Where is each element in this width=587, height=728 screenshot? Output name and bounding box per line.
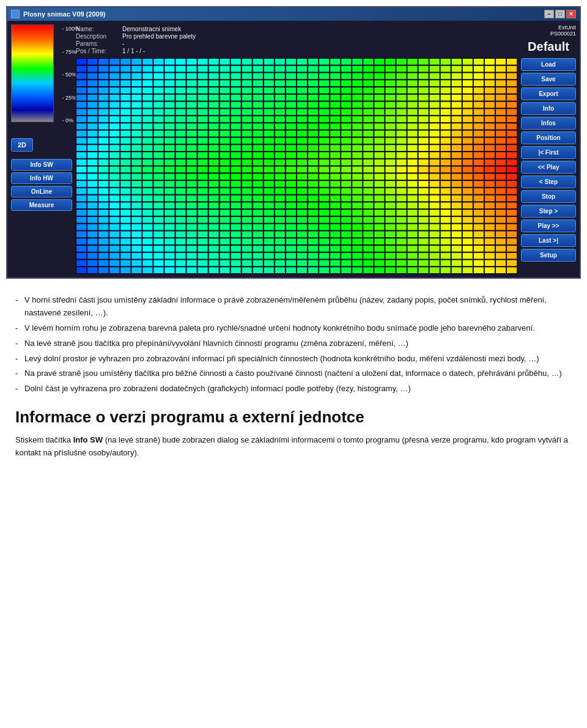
bullet-item-1: V horní střední části jsou umístěny zákl…	[15, 294, 572, 320]
btn-measure[interactable]: Measure	[11, 199, 72, 211]
btn-load[interactable]: Load	[521, 58, 576, 71]
btn-save[interactable]: Save	[521, 73, 576, 86]
application-window: Plosny snimac V09 (2009) − □ ✕ - 100% - …	[6, 6, 581, 279]
info-sw-bold: Info SW	[73, 435, 103, 444]
section-text: Stiskem tlačítka Info SW (na levé straně…	[15, 434, 572, 460]
palette-and-controls: - 100% - 75% - 50% - 25% - 0%	[11, 24, 72, 125]
pos-value: 1 / 1 - / -	[122, 48, 145, 54]
desc-label: Description	[76, 33, 119, 40]
minimize-button[interactable]: −	[544, 10, 554, 18]
left-bottom-buttons: Info SW Info HW OnLine Measure	[11, 159, 72, 211]
close-button[interactable]: ✕	[566, 10, 576, 18]
bullet-list: V horní střední části jsou umístěny zákl…	[15, 294, 572, 395]
title-bar-left: Plosny snimac V09 (2009)	[11, 10, 106, 18]
bullet-item-5: Na pravé straně jsou umístěny tlačítka p…	[15, 367, 572, 380]
right-panel: ExtUnit PS000021 Default Load Save Expor…	[521, 24, 576, 274]
btn-export[interactable]: Export	[521, 87, 576, 100]
ext-unit-label: ExtUnit	[521, 24, 576, 31]
section-heading: Informace o verzi programu a externí jed…	[15, 408, 572, 427]
desc-value: Pro prehled barevne palety	[122, 33, 196, 40]
left-panel: - 100% - 75% - 50% - 25% - 0% 2D Info SW…	[11, 24, 72, 274]
name-label: Name:	[76, 26, 119, 32]
info-row-name: Name: Demonstracni snimek	[76, 26, 517, 32]
title-bar: Plosny snimac V09 (2009) − □ ✕	[7, 7, 580, 21]
btn-play-back[interactable]: << Play	[521, 161, 576, 174]
btn-step-back[interactable]: < Step	[521, 175, 576, 188]
main-content: - 100% - 75% - 50% - 25% - 0% 2D Info SW…	[7, 21, 580, 278]
color-palette	[11, 24, 54, 122]
btn-info-hw[interactable]: Info HW	[11, 172, 72, 184]
btn-2d-container: 2D	[11, 133, 72, 152]
palette-label-100: - 100%	[62, 26, 79, 32]
btn-first[interactable]: |< First	[521, 146, 576, 159]
ext-unit-info: ExtUnit PS000021	[521, 24, 576, 37]
btn-step-fwd[interactable]: Step >	[521, 205, 576, 218]
info-bar: Name: Demonstracni snimek Description Pr…	[76, 24, 517, 56]
default-label: Default	[521, 40, 576, 54]
btn-setup[interactable]: Setup	[521, 249, 576, 262]
pos-label: Pos / Time:	[76, 48, 119, 54]
btn-2d[interactable]: 2D	[11, 138, 33, 152]
btn-online[interactable]: OnLine	[11, 186, 72, 197]
params-value: -	[122, 40, 124, 47]
name-value: Demonstracni snimek	[122, 26, 181, 32]
window-title: Plosny snimac V09 (2009)	[23, 10, 106, 18]
grid-canvas	[76, 58, 517, 274]
text-content-area: V horní střední části jsou umístěny zákl…	[0, 285, 587, 473]
btn-infos[interactable]: Infos	[521, 117, 576, 130]
window-controls: − □ ✕	[544, 10, 576, 18]
btn-info-sw[interactable]: Info SW	[11, 159, 72, 171]
bullet-item-3: Na levé straně jsou tlačítka pro přepíná…	[15, 337, 572, 350]
info-row-desc: Description Pro prehled barevne palety	[76, 33, 517, 40]
app-icon	[11, 10, 20, 18]
params-label: Params:	[76, 40, 119, 47]
bullet-item-6: Dolní část je vyhrazena pro zobrazení do…	[15, 383, 572, 395]
btn-stop[interactable]: Stop	[521, 190, 576, 203]
heatmap-canvas	[76, 58, 517, 274]
info-row-params: Params: -	[76, 40, 517, 47]
color-palette-container: - 100% - 75% - 50% - 25% - 0%	[11, 24, 54, 125]
maximize-button[interactable]: □	[555, 10, 565, 18]
info-row-pos: Pos / Time: 1 / 1 - / -	[76, 48, 517, 54]
btn-play-fwd[interactable]: Play >>	[521, 219, 576, 232]
ext-unit-value: PS000021	[521, 31, 576, 37]
btn-info[interactable]: Info	[521, 102, 576, 115]
btn-last[interactable]: Last >|	[521, 234, 576, 247]
bullet-item-2: V levém horním rohu je zobrazena barevná…	[15, 322, 572, 335]
palette-label-75: - 75%	[62, 49, 79, 55]
bullet-item-4: Levý dolní prostor je vyhrazen pro zobra…	[15, 353, 572, 366]
btn-position[interactable]: Position	[521, 131, 576, 144]
center-panel: Name: Demonstracni snimek Description Pr…	[76, 24, 517, 274]
